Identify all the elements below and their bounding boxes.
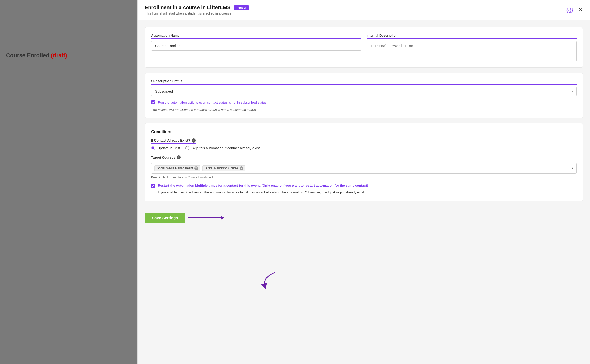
curved-arrow-annotation [260, 270, 280, 290]
target-courses-info-icon[interactable]: i [177, 155, 181, 159]
run-automation-label[interactable]: Run the automation actions even contact … [158, 101, 266, 104]
conditions-section: Conditions If Contact Already Exist? i U… [145, 123, 583, 201]
modal-header: Enrollment in a course in LifterLMS Trig… [138, 0, 590, 20]
restart-checkbox-row: Restart the Automation Multiple times fo… [151, 183, 577, 195]
update-if-exist-option[interactable]: Update if Exist [151, 146, 180, 150]
automation-name-input[interactable]: Course Enrolled [151, 41, 361, 51]
run-automation-checkbox-row: Run the automation actions even contact … [151, 100, 577, 104]
internal-description-label: Internal Description [367, 34, 577, 39]
background-title: Course Enrolled (draft) [0, 47, 73, 64]
contact-exist-radio-row: Update if Exist Skip this automation if … [151, 146, 577, 150]
subscription-select-wrapper: Subscribed Unsubscribed Pending ▾ [151, 87, 577, 96]
restart-automation-info: If you enable, then it will restart the … [158, 190, 368, 195]
modal-header-right: {{}} ✕ [566, 7, 583, 13]
keep-blank-hint: Keep it blank to run to any Course Enrol… [151, 176, 577, 179]
course-tag-1-label: Social Media Management [157, 166, 193, 170]
skip-automation-radio[interactable] [185, 146, 189, 150]
target-courses-label: Target Courses [151, 156, 175, 159]
modal-header-left: Enrollment in a course in LifterLMS Trig… [145, 5, 249, 15]
modal-subtitle: This Funnel will start when a student is… [145, 11, 249, 15]
subscription-status-group: Subscription Status Subscribed Unsubscri… [151, 79, 577, 96]
name-description-row: Automation Name Course Enrolled Internal… [151, 34, 577, 61]
conditions-title: Conditions [151, 130, 577, 134]
skip-automation-option[interactable]: Skip this automation if contact already … [185, 146, 260, 150]
save-settings-button[interactable]: Save Settings [145, 213, 185, 223]
run-automation-info: The actions will run even the contact's … [151, 108, 577, 112]
skip-automation-label: Skip this automation if contact already … [191, 146, 260, 150]
tags-dropdown-arrow: ▾ [572, 166, 573, 170]
automation-name-group: Automation Name Course Enrolled [151, 34, 361, 61]
modal-title-row: Enrollment in a course in LifterLMS Trig… [145, 5, 249, 10]
course-tag-2: Digital Marketing Course ✕ [202, 165, 245, 171]
if-contact-label-group: If Contact Already Exist? i [151, 138, 196, 144]
update-if-exist-radio[interactable] [151, 146, 155, 150]
internal-description-group: Internal Description [367, 34, 577, 61]
course-tag-2-label: Digital Marketing Course [205, 166, 238, 170]
restart-label-group: Restart the Automation Multiple times fo… [158, 183, 368, 195]
save-section: Save Settings [138, 208, 590, 230]
course-tag-1-remove[interactable]: ✕ [194, 166, 198, 170]
update-if-exist-label: Update if Exist [157, 146, 180, 150]
internal-description-input[interactable] [367, 41, 577, 61]
run-automation-checkbox[interactable] [151, 100, 155, 104]
modal-body: Automation Name Course Enrolled Internal… [138, 20, 590, 208]
restart-automation-checkbox[interactable] [151, 184, 155, 188]
if-contact-info-icon[interactable]: i [192, 138, 196, 143]
close-button[interactable]: ✕ [578, 7, 583, 13]
course-tag-1: Social Media Management ✕ [154, 165, 200, 171]
course-tag-2-remove[interactable]: ✕ [240, 166, 243, 170]
subscription-status-label: Subscription Status [151, 79, 577, 85]
restart-automation-label[interactable]: Restart the Automation Multiple times fo… [158, 184, 368, 187]
trigger-badge: Trigger [234, 5, 249, 10]
code-icon[interactable]: {{}} [566, 7, 573, 13]
if-contact-label: If Contact Already Exist? [151, 138, 190, 142]
draft-badge: (draft) [51, 52, 67, 59]
target-courses-label-group: Target Courses i [151, 155, 181, 160]
modal-title: Enrollment in a course in LifterLMS [145, 5, 231, 10]
subscription-status-card: Subscription Status Subscribed Unsubscri… [145, 73, 583, 118]
subscription-status-select[interactable]: Subscribed Unsubscribed Pending [151, 87, 577, 96]
modal-panel: Enrollment in a course in LifterLMS Trig… [137, 0, 590, 364]
target-courses-input[interactable]: Social Media Management ✕ Digital Market… [151, 163, 577, 174]
automation-name-card: Automation Name Course Enrolled Internal… [145, 27, 583, 68]
page-title: Course Enrolled [6, 52, 49, 59]
save-arrow-annotation [188, 217, 224, 218]
save-row: Save Settings [145, 213, 224, 223]
automation-name-label: Automation Name [151, 34, 361, 39]
